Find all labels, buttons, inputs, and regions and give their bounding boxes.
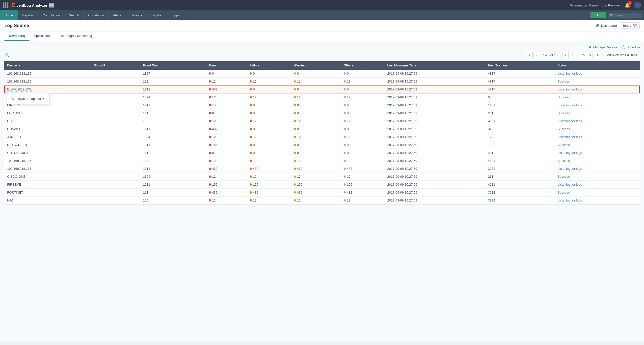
nav-item-logme[interactable]: LogMe [147,11,166,20]
refresh-button[interactable]: ↻ [595,52,602,58]
cell-failure: 12 [247,157,291,165]
warning-dot [294,72,296,75]
cell-device: NETSCREEN [4,141,91,149]
last-page-button[interactable]: ⟫ [570,52,576,58]
cell-device: 192.168.218.135 [4,165,91,173]
nav-item-support[interactable]: Support [166,11,186,20]
nav-item-correlation[interactable]: Correlation [84,11,109,20]
warning-dot [294,120,296,122]
nav-item-reports[interactable]: Reports [18,11,38,20]
cell-status: Listening for logs [554,165,640,173]
device-link[interactable]: ELA-W2019-SQL [7,88,32,92]
others-dot [344,88,346,91]
cell-next-scan: 1231 [485,101,554,109]
cell-error: 0 [206,109,247,117]
cell-error: 432 [206,86,247,93]
others-dot [344,136,346,138]
cell-device: FORTINET [4,109,91,117]
col-header-error: Error [206,61,247,70]
cell-warning: 12 [291,117,340,125]
cell-last-messages: 2017-09-09 10:27:59 [384,109,485,117]
nav-search[interactable]: 🔍 [608,13,642,18]
cell-show-ip [91,93,140,101]
cell-others: 12 [340,197,384,204]
nav-item-compliance[interactable]: Compliance [38,11,64,20]
cell-event-count: 1111 [140,86,206,93]
error-dot [209,191,211,194]
dashboard-button[interactable]: 🖶 Dashboard [596,23,617,28]
grid-icon[interactable] [3,3,8,8]
others-dot [344,80,346,83]
search-icon: 🔍 [610,13,614,17]
col-header-device[interactable]: Device ▼ [4,61,91,70]
error-dot [209,199,211,201]
prev-page-button[interactable]: ⟨ [534,52,540,58]
table-row: 192.168.218.136100121212122017-09-09 10:… [4,157,640,165]
cell-event-count: 111 [140,149,206,157]
cell-status: Success [554,93,640,101]
date-selector[interactable]: Today 📅 [620,22,640,29]
log-receiver[interactable]: Log Receiver [602,4,621,7]
failure-dot [250,160,252,162]
error-dot [209,152,211,154]
cell-next-scan: 4817 [485,78,554,86]
nav-item-home[interactable]: Home [0,11,18,20]
cell-status: Success [554,157,640,165]
cell-device: HUAWEI [4,125,91,133]
per-page-select[interactable]: 25 50 100 [578,52,592,58]
nav-item-settings[interactable]: Settings [126,11,147,20]
col-header-status: Status [554,61,640,70]
schedule-link[interactable]: 🕐 Schedule [621,45,640,49]
error-dot [209,168,211,170]
first-page-button[interactable]: ⟪ [526,52,532,58]
add-remove-columns-button[interactable]: Add/Remove Columns [604,52,640,58]
table-row: FIREEYE12111560002017-09-09 10:27:591231… [4,101,640,109]
cell-failure: 0 [247,86,291,93]
cell-warning: 432 [291,165,340,173]
tab-file-integrity-monitoring[interactable]: File Integrity Monitoring [54,32,96,41]
cell-show-ip [91,149,140,157]
others-dot [344,104,346,106]
nav-item-search[interactable]: Search [64,11,84,20]
add-button[interactable]: + Add [590,12,606,18]
cell-error: 156 [206,141,247,149]
cell-others: 0 [340,149,384,157]
tab-devices[interactable]: Devices(s) [4,32,30,41]
error-dot [209,136,211,138]
cell-status: Listening for logs [554,86,640,93]
cell-failure: 12 [247,93,291,101]
cell-device[interactable]: ELA-W2019-SQL🔍Device Snapshot↖ [4,86,91,93]
personalized-demo[interactable]: Personalized Demo [570,4,598,7]
cell-others: 0 [340,109,384,117]
tab-application[interactable]: Application [30,32,54,41]
manage-devices-link[interactable]: 🖥 Manage Devices [588,45,617,49]
next-page-button[interactable]: ⟩ [562,52,569,58]
cell-event-count: 1111 [140,125,206,133]
cell-status: Success [554,78,640,86]
cell-next-scan: 3232 [485,189,554,197]
user-avatar[interactable]: 👤 [634,2,641,9]
cell-device: FORTINET [4,189,91,197]
actions-row: 🔍 ⟪ ⟨ 1-25 of 100 ⟩ ⟫ 25 50 100 ↻ Add/Re… [4,52,640,59]
cell-next-scan: 3324 [485,197,554,204]
warning-dot [294,80,296,83]
cell-error: 12 [206,117,247,125]
others-dot [344,183,346,186]
cell-event-count: 111 [140,109,206,117]
cell-warning: 0 [291,149,340,157]
cell-status: Listening for logs [554,117,640,125]
error-dot [209,128,211,130]
search-input[interactable] [615,13,640,17]
device-snapshot-item[interactable]: 🔍Device Snapshot↖ [7,95,49,102]
cell-error: 12 [206,173,247,181]
failure-dot [250,191,252,194]
search-icon-btn[interactable]: 🔍 [4,52,11,59]
notification-bell[interactable]: 🔔 2 [625,3,630,8]
warning-dot [294,112,296,114]
nav-item-alerts[interactable]: Alerts [109,11,126,20]
cell-show-ip [91,197,140,204]
warning-dot [294,168,296,170]
others-dot [344,199,346,201]
cell-status: Listening for logs [554,133,640,141]
failure-dot [250,120,252,122]
